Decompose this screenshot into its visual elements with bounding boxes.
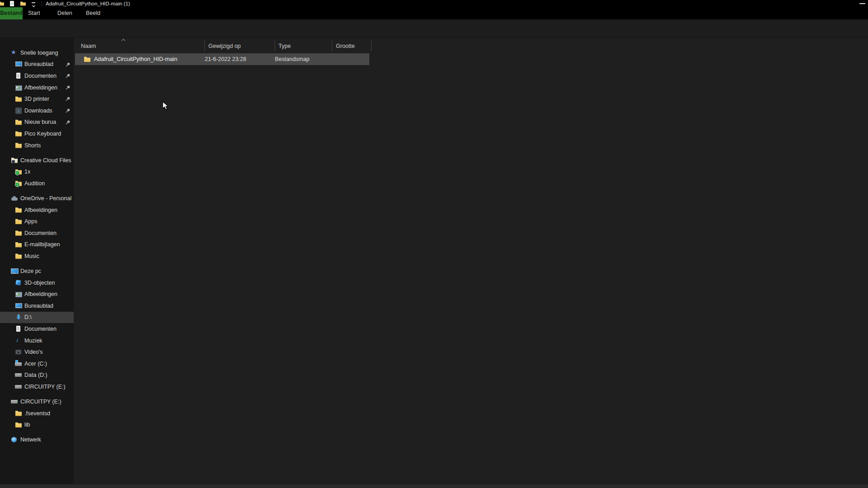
sidebar-item-label: 3D printer (24, 96, 49, 102)
address-bar-row: ← → ↑ › Deze pc › D:\ › Downloads › Adaf… (0, 19, 868, 38)
sidebar-item-deze-pc[interactable]: Deze pc (0, 265, 74, 277)
navigation-pane: Snelle toegang Bureaublad Documenten Afb… (0, 38, 74, 484)
sidebar-item-lib[interactable]: lib (0, 419, 74, 431)
file-list-pane: Naam Gewijzigd op Type Grootte Adafruit_… (74, 38, 868, 484)
sidebar-item-label: Documenten (24, 230, 57, 236)
pin-icon (66, 108, 71, 113)
system-drive-icon (15, 360, 22, 367)
folder-icon (84, 56, 91, 63)
hard-drive-icon (15, 371, 22, 379)
sidebar-item-afbeeldingen-pc[interactable]: Afbeeldingen (0, 288, 74, 300)
status-bar (0, 484, 868, 488)
sidebar-item-d-drive[interactable]: D:\ (0, 312, 74, 324)
sidebar-item-label: Audition (24, 180, 45, 187)
pictures-icon (15, 84, 22, 91)
onedrive-cloud-icon (11, 195, 18, 202)
file-modified-cell: 21-6-2022 23:28 (205, 56, 275, 62)
tab-start[interactable]: Start (28, 7, 40, 19)
sidebar-item-3d-printer[interactable]: 3D printer (0, 93, 74, 105)
sidebar-item-3d-objecten[interactable]: 3D-objecten (0, 277, 74, 289)
sidebar-item-muziek[interactable]: Muziek (0, 335, 74, 347)
sidebar-item-downloads[interactable]: Downloads (0, 105, 74, 117)
sidebar-item-documenten-pc[interactable]: Documenten (0, 323, 74, 335)
sidebar-item-snelle-toegang[interactable]: Snelle toegang (0, 47, 74, 59)
sidebar-item-1x[interactable]: 1x (0, 166, 74, 178)
sidebar-item-e-mailbijlagen[interactable]: E-mailbijlagen (0, 239, 74, 251)
music-note-icon (15, 337, 22, 344)
desktop-icon (15, 61, 22, 68)
tab-beeld[interactable]: Beeld (86, 7, 100, 19)
document-icon (15, 325, 22, 333)
sidebar-item-fseventsd[interactable]: .fseventsd (0, 408, 74, 419)
main-area: Snelle toegang Bureaublad Documenten Afb… (0, 38, 868, 484)
sidebar-item-circuitpy-e-root[interactable]: CIRCUITPY (E:) (0, 396, 74, 408)
sidebar-item-label: Apps (24, 218, 38, 225)
sidebar-item-label: Shorts (24, 142, 41, 149)
sidebar-item-label: Deze pc (20, 268, 41, 274)
column-header-grootte[interactable]: Grootte (332, 40, 372, 52)
pin-icon (66, 62, 71, 67)
sidebar-item-label: CIRCUITPY (E:) (20, 399, 61, 405)
sidebar-item-label: lib (24, 422, 30, 428)
file-row[interactable]: Adafruit_CircuitPython_HID-main 21-6-202… (75, 53, 369, 65)
folder-icon (15, 230, 22, 237)
mouse-cursor (162, 101, 171, 111)
sidebar-item-label: Creative Cloud Files (20, 157, 71, 164)
title-bar: Adafruit_CircuitPython_HID-main (1) (0, 0, 868, 7)
hard-drive-icon (15, 383, 22, 390)
sidebar-item-videos[interactable]: Video's (0, 346, 74, 358)
pin-icon (66, 96, 71, 101)
sidebar-item-label: Pico Keyboard (24, 131, 61, 137)
folder-icon (15, 218, 22, 225)
sidebar-item-label: Documenten (24, 326, 57, 332)
sidebar-item-label: .fseventsd (24, 410, 50, 417)
toolbar-separator (42, 1, 42, 6)
sidebar-item-pico-keyboard[interactable]: Pico Keyboard (0, 128, 74, 140)
sidebar-item-label: Acer (C:) (24, 361, 47, 367)
sidebar-item-apps[interactable]: Apps (0, 216, 74, 227)
sidebar-item-label: OneDrive - Personal (20, 195, 71, 202)
sidebar-item-label: Afbeeldingen (24, 207, 57, 213)
sidebar-item-acer-c[interactable]: Acer (C:) (0, 358, 74, 370)
sidebar-item-netwerk[interactable]: Netwerk (0, 434, 74, 446)
sidebar-item-creative-cloud-files[interactable]: Creative Cloud Files (0, 155, 74, 166)
sidebar-item-music[interactable]: Music (0, 250, 74, 262)
sidebar-item-onedrive-personal[interactable]: OneDrive - Personal (0, 192, 74, 204)
sidebar-item-shorts[interactable]: Shorts (0, 140, 74, 151)
sidebar-item-label: E-mailbijlagen (24, 241, 60, 248)
hard-drive-icon (11, 398, 18, 405)
sidebar-item-label: Downloads (24, 108, 52, 114)
column-header-type[interactable]: Type (275, 40, 332, 52)
new-folder-icon[interactable] (20, 1, 26, 7)
quick-access-toolbar (0, 0, 42, 7)
tab-delen[interactable]: Delen (57, 7, 72, 19)
sidebar-item-label: 1x (24, 169, 30, 175)
properties-check-icon[interactable] (9, 1, 15, 7)
sidebar-item-data-d[interactable]: Data (D:) (0, 370, 74, 381)
sidebar-item-circuitpy-e[interactable]: CIRCUITPY (E:) (0, 381, 74, 393)
tab-bestand[interactable]: Bestand (0, 7, 23, 19)
window-title: Adafruit_CircuitPython_HID-main (1) (46, 1, 130, 6)
sidebar-item-bureaublad[interactable]: Bureaublad (0, 59, 74, 70)
column-header-gewijzigd-op[interactable]: Gewijzigd op (205, 40, 275, 52)
ribbon-tab-row: Bestand Start Delen Beeld (0, 7, 868, 19)
folder-icon (15, 241, 22, 248)
sidebar-item-bureaublad-pc[interactable]: Bureaublad (0, 300, 74, 312)
sidebar-item-audition[interactable]: Audition (0, 178, 74, 189)
sidebar-item-label: Video's (24, 349, 42, 355)
sidebar-item-afbeeldingen[interactable]: Afbeeldingen (0, 82, 74, 94)
sidebar-item-documenten-onedrive[interactable]: Documenten (0, 227, 74, 239)
pin-icon (66, 73, 71, 78)
sidebar-item-nieuw-burua[interactable]: Nieuw burua (0, 117, 74, 128)
pin-icon (66, 120, 71, 125)
creative-cloud-folder-icon (11, 157, 18, 164)
sidebar-item-documenten[interactable]: Documenten (0, 70, 74, 82)
customize-toolbar-arrow-icon[interactable] (31, 1, 37, 7)
drive-shortcut-arrow-icon (15, 314, 22, 321)
sidebar-item-label: CIRCUITPY (E:) (24, 384, 66, 390)
minimize-button[interactable] (859, 3, 865, 4)
sidebar-item-label: Afbeeldingen (24, 84, 57, 91)
column-header-naam[interactable]: Naam (74, 40, 205, 52)
explorer-app-icon (0, 1, 5, 7)
sidebar-item-afbeeldingen-onedrive[interactable]: Afbeeldingen (0, 204, 74, 216)
